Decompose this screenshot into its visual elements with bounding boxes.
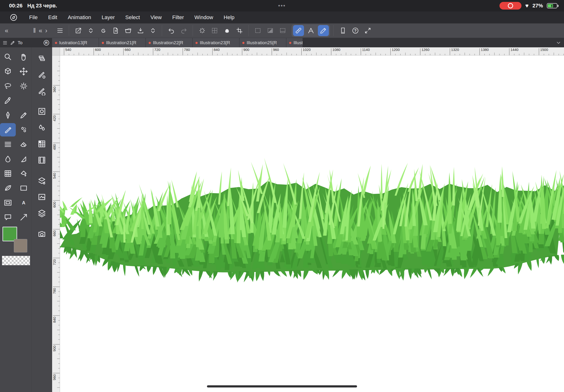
tool-operation[interactable]	[0, 65, 16, 78]
palette-color-set[interactable]	[37, 139, 47, 149]
menu-view[interactable]: View	[145, 14, 167, 21]
tab-illustration24-r[interactable]: Illustration24[R	[286, 38, 303, 48]
svg-text:1260: 1260	[421, 48, 429, 52]
toolbar-processing-spinner[interactable]	[197, 25, 208, 36]
panel-handle-icon[interactable]: ‖	[32, 27, 37, 34]
toolbar-select-area[interactable]	[252, 25, 263, 36]
tool-blend[interactable]	[0, 152, 16, 166]
tool-liquify[interactable]	[16, 152, 31, 166]
drawing-canvas[interactable]	[60, 56, 564, 392]
blend-icon	[4, 155, 12, 163]
vertical-ruler[interactable]: 360420480540600660720780840900960	[52, 56, 60, 392]
tool-stream-line[interactable]	[0, 138, 16, 151]
tool-auto-select[interactable]	[16, 79, 31, 93]
tool-lasso[interactable]	[0, 79, 16, 93]
tool-fill[interactable]	[16, 167, 31, 180]
tool-figure[interactable]	[16, 182, 31, 195]
toolbar-save-export[interactable]	[135, 25, 146, 36]
palette-reference-camera[interactable]	[37, 228, 47, 239]
transparent-color-swatch[interactable]	[2, 256, 30, 265]
palette-layer-template[interactable]	[37, 175, 47, 186]
menu-layer[interactable]: Layer	[96, 14, 120, 21]
toolbar-snap-grid[interactable]	[209, 25, 220, 36]
tab-illustration22-r[interactable]: Illustration22[R	[146, 38, 193, 48]
tool-text[interactable]: A	[16, 196, 31, 209]
heart-icon: ♥	[525, 3, 529, 9]
tool-hand[interactable]	[16, 50, 31, 64]
pen-mini-icon	[10, 40, 15, 45]
toolbar-transform-frame[interactable]	[234, 25, 245, 36]
toolbar-open-file[interactable]	[123, 25, 134, 36]
collapse-left-icon[interactable]: «	[3, 27, 10, 34]
clip-studio-logo-icon[interactable]	[10, 13, 18, 22]
palette-timeline[interactable]	[37, 155, 47, 165]
toolbar-fullscreen[interactable]	[362, 25, 373, 36]
tool-zoom[interactable]	[0, 50, 16, 64]
toolbar-snap-to-special-ruler[interactable]	[305, 25, 316, 36]
tab-illustration25-r[interactable]: Illustration25[R	[239, 38, 286, 48]
tool-pen[interactable]	[0, 109, 16, 122]
tab-illustration23-r[interactable]: Illustration23[R	[193, 38, 239, 48]
sub-color-swatch[interactable]	[14, 239, 27, 252]
toolbar-snap-to-ruler[interactable]	[293, 25, 304, 36]
toolbar-redo[interactable]	[178, 25, 189, 36]
layer-property-icon	[37, 192, 46, 201]
snap-to-special-ruler-icon	[307, 27, 315, 34]
menu-select[interactable]: Select	[120, 14, 145, 21]
tool-line-correct[interactable]	[16, 210, 31, 224]
toolbar-collapse-tools-2[interactable]	[148, 25, 158, 36]
menu-help[interactable]: Help	[219, 14, 240, 21]
tab-lustration13-r[interactable]: lustration13[R	[52, 38, 99, 48]
menu-window[interactable]: Window	[189, 14, 219, 21]
toolbar-clip-studio-swirl[interactable]	[98, 25, 109, 36]
tool-brush[interactable]	[0, 123, 16, 137]
quick-access-icon[interactable]: R	[43, 40, 50, 46]
toolbar-eraser-blob[interactable]	[221, 25, 233, 36]
palette-color-mix[interactable]	[37, 122, 47, 133]
tool-pencil[interactable]	[16, 109, 31, 122]
toolbar-select-launcher[interactable]	[277, 25, 288, 36]
sub-tool-icon	[37, 70, 46, 79]
toolbar-collapse-tools[interactable]	[85, 25, 96, 36]
home-indicator[interactable]	[207, 385, 357, 388]
tool-tone[interactable]	[0, 167, 16, 180]
palette-list-icon[interactable]	[2, 40, 8, 45]
palette-layer-property[interactable]	[37, 192, 47, 202]
panel-controls: «‖«›	[0, 23, 52, 38]
status-center-dots-icon[interactable]: •••	[278, 3, 286, 9]
collapse-left-2-icon[interactable]: «	[37, 27, 44, 34]
tab-overflow-caret[interactable]	[553, 38, 564, 48]
toolbar-snap-to-guide[interactable]	[318, 25, 329, 36]
toolbar-undo[interactable]	[166, 25, 177, 36]
palette-brush-size[interactable]	[37, 85, 47, 96]
toolbar-hamburger-menu[interactable]	[55, 25, 66, 36]
collapse-tools-icon	[87, 27, 94, 34]
tool-balloon[interactable]	[0, 210, 16, 224]
tool-decoration[interactable]	[16, 123, 31, 137]
tool-move[interactable]	[16, 65, 31, 78]
tool-eraser[interactable]	[16, 138, 31, 151]
menu-edit[interactable]: Edit	[43, 14, 62, 21]
tool-frame-border[interactable]	[0, 196, 16, 209]
palette-tool-property[interactable]	[37, 106, 47, 117]
palette-edit-tools[interactable]	[37, 53, 47, 64]
toolbar-share-export[interactable]	[73, 25, 84, 36]
toolbar-companion-mode[interactable]	[337, 25, 348, 36]
toolbar-select-apply[interactable]	[265, 25, 276, 36]
palette-sub-tool[interactable]	[37, 69, 47, 80]
tab-illustration21-r[interactable]: Illustration21[R	[99, 38, 146, 48]
toolbar-help[interactable]: ?	[350, 25, 361, 36]
menu-file[interactable]: File	[24, 14, 43, 21]
svg-text:780: 780	[52, 288, 56, 294]
horizontal-ruler[interactable]: 5406006607207808409009601020108011401200…	[60, 47, 564, 56]
toolbar-new-canvas[interactable]	[110, 25, 121, 36]
toolbar-group-ruler-snap	[291, 24, 330, 37]
expand-right-icon[interactable]: ›	[44, 27, 49, 34]
tone-icon	[4, 169, 12, 178]
menu-animation[interactable]: Animation	[62, 14, 96, 21]
menu-filter[interactable]: Filter	[167, 14, 189, 21]
palette-layer[interactable]	[37, 208, 47, 218]
screen-recording-pill[interactable]	[499, 2, 522, 10]
tool-gradient[interactable]	[0, 182, 16, 195]
tool-eyedropper[interactable]	[0, 94, 16, 107]
